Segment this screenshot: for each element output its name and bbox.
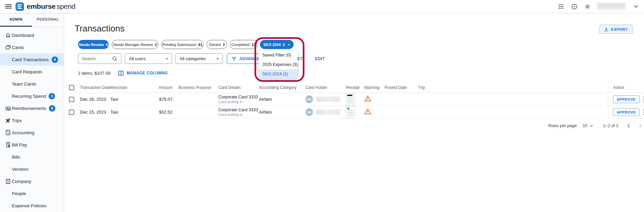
- sidebar-item-recurring-spend[interactable]: Recurring Spend1: [0, 90, 64, 102]
- count-badge: 1: [49, 93, 55, 99]
- pagination-bar: Rows per page: 10 1–2 of 2: [75, 123, 642, 128]
- user-name-redacted[interactable]: [597, 3, 625, 10]
- col-receipt[interactable]: Receipt: [340, 85, 359, 90]
- chevron-down-icon: [590, 125, 593, 127]
- columns-icon: [118, 71, 124, 76]
- cell-receipt: [340, 93, 359, 105]
- sidebar-item-vendors[interactable]: Vendors: [0, 163, 64, 175]
- sidebar-item-people[interactable]: People: [0, 187, 64, 199]
- sidebar-item-label: Expense Policies: [12, 203, 47, 208]
- approve-button[interactable]: APPROVE: [613, 108, 640, 116]
- col-action: Action: [608, 82, 644, 93]
- menu-item-saved-filter-0[interactable]: Saved Filter (0): [259, 50, 298, 60]
- saved-filter-dropdown: Saved Filter (0)2025 Expenses (3)SKO 202…: [259, 50, 298, 79]
- calculator-icon: [4, 129, 12, 136]
- select-all-checkbox[interactable]: [69, 85, 74, 90]
- apps-grid-icon[interactable]: [558, 3, 564, 10]
- row-checkbox[interactable]: [69, 110, 74, 115]
- col-trip[interactable]: Trip: [413, 85, 440, 90]
- col-amount[interactable]: Amount: [143, 85, 172, 90]
- cell-card-details: Corporate Card 3333Card ending in: [218, 95, 259, 104]
- receipt-thumbnail[interactable]: [346, 93, 355, 105]
- approve-button[interactable]: APPROVE: [613, 95, 640, 103]
- chevron-down-icon: ▼: [216, 57, 219, 61]
- column-divider: [75, 106, 80, 118]
- count-badge: 4: [52, 56, 58, 63]
- svg-text:?: ?: [573, 4, 575, 8]
- sidebar-item-dashboard[interactable]: Dashboard: [0, 29, 64, 41]
- filter-chip-denied[interactable]: Denied3: [207, 40, 227, 49]
- filter-chip-pending-submission[interactable]: Pending Submission61: [161, 40, 204, 49]
- col-merchant[interactable]: Merchant: [110, 85, 143, 90]
- sidebar-item-accounting[interactable]: Accounting: [0, 126, 64, 139]
- row-checkbox-cell: [69, 106, 75, 118]
- sidebar-item-bill-pay[interactable]: Bill Pay: [0, 139, 64, 151]
- sidebar-item-trips[interactable]: Trips: [0, 114, 64, 126]
- sidebar-item-team-cards[interactable]: Team Cards: [0, 78, 64, 90]
- sidebar-item-label: Trips: [12, 118, 22, 123]
- sidebar-item-label: Vendors: [12, 167, 29, 172]
- chevron-up-icon: ▲: [288, 43, 290, 46]
- sidebar-item-reimbursements[interactable]: Reimbursements6: [0, 102, 64, 114]
- users-select[interactable]: All users ▼: [125, 53, 172, 64]
- row-checkbox[interactable]: [69, 97, 74, 102]
- menu-item-2025-expenses-3[interactable]: 2025 Expenses (3): [259, 60, 298, 69]
- receipt-thumbnail[interactable]: [346, 106, 355, 118]
- sidebar-item-card-transactions[interactable]: Card Transactions4: [0, 53, 64, 66]
- chip-count: 2: [155, 43, 157, 47]
- filter-chip-sko-2024[interactable]: SKO 20242▲: [260, 40, 294, 49]
- export-button[interactable]: EXPORT: [599, 25, 633, 34]
- previous-page-button[interactable]: [627, 123, 630, 128]
- sidebar-item-label: Reimbursements: [12, 106, 46, 111]
- avatar: BB: [305, 95, 313, 103]
- col-card-holder[interactable]: Card Holder: [301, 85, 340, 90]
- topbar-actions: ?: [558, 3, 639, 10]
- users-select-value: All users: [129, 56, 146, 61]
- search-input[interactable]: [82, 56, 112, 61]
- categories-select[interactable]: All categories ▼: [176, 53, 223, 64]
- export-label: EXPORT: [611, 27, 628, 31]
- edit-link[interactable]: EDIT: [315, 56, 325, 61]
- money-icon: [4, 105, 12, 111]
- tab-admin[interactable]: ADMIN: [0, 13, 32, 27]
- settings-gear-icon[interactable]: [584, 3, 591, 10]
- tab-personal[interactable]: PERSONAL: [32, 13, 64, 27]
- download-icon: [604, 27, 609, 31]
- col-business-purpose[interactable]: Business Purpose: [179, 85, 218, 90]
- help-icon[interactable]: ?: [571, 3, 578, 10]
- sidebar-item-label: Team Cards: [12, 81, 36, 87]
- filter-chip-completed[interactable]: Completed13: [230, 40, 257, 49]
- manage-columns-button[interactable]: MANAGE COLUMNS: [118, 71, 168, 76]
- emburse-logo-icon[interactable]: [16, 2, 24, 11]
- chevron-right-icon: [639, 123, 642, 128]
- table-header-row: Transaction Date Merchant Amount Busines…: [69, 82, 644, 93]
- col-card-details[interactable]: Card Details: [218, 85, 259, 90]
- search-input-wrap: [78, 53, 122, 64]
- col-warnings[interactable]: Warnings: [359, 85, 380, 90]
- sidebar-item-cards[interactable]: Cards: [0, 41, 64, 53]
- col-accounting-category[interactable]: Accounting Category: [259, 85, 301, 90]
- sidebar-item-label: Bill Pay: [12, 142, 27, 147]
- next-page-button[interactable]: [639, 123, 642, 128]
- transactions-table: Transaction Date Merchant Amount Busines…: [69, 82, 644, 119]
- sidebar-item-bills[interactable]: Bills: [0, 151, 64, 163]
- hamburger-menu-icon[interactable]: [5, 3, 12, 9]
- rows-per-page-select[interactable]: 10: [583, 123, 593, 128]
- table-row: Dec 15, 2023Taxi$32.52Corporate Card 333…: [69, 106, 644, 119]
- filter-chips-row: Needs Review4Needs Manager Review2Pendin…: [75, 40, 633, 49]
- filter-chip-needs-manager-review[interactable]: Needs Manager Review2: [112, 40, 158, 49]
- sidebar-item-card-requests[interactable]: Card Requests: [0, 66, 64, 78]
- app-window: embursespend ? ADMIN PERSONAL DashboardC…: [0, 0, 644, 212]
- col-posted-date[interactable]: Posted Date: [380, 85, 413, 90]
- chip-label: Denied: [209, 43, 221, 47]
- sidebar-item-label: Accounting: [12, 130, 34, 135]
- cell-merchant: Taxi: [110, 97, 143, 102]
- col-transaction-date[interactable]: Transaction Date: [80, 85, 110, 90]
- sidebar-item-label: People: [12, 191, 26, 196]
- sidebar-item-company[interactable]: Company: [0, 175, 64, 187]
- chevron-down-icon[interactable]: [633, 3, 639, 10]
- sidebar-item-expense-policies[interactable]: Expense Policies: [0, 199, 64, 212]
- filter-controls-row: All users ▼ All categories ▼ ADVANCED RE…: [75, 53, 633, 64]
- menu-item-sko-2024-2[interactable]: SKO 2024 (2): [259, 69, 298, 79]
- filter-chip-needs-review[interactable]: Needs Review4: [78, 40, 109, 49]
